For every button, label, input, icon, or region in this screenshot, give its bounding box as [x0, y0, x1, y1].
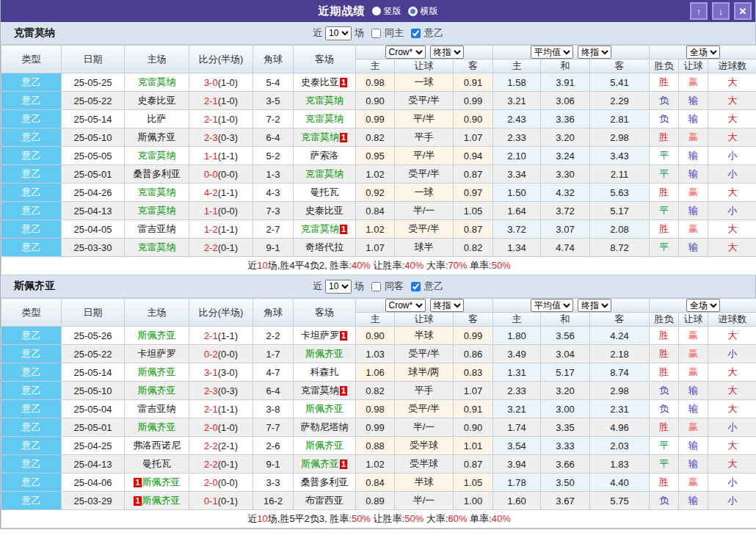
score-cell: 3-0(1-0) [189, 73, 253, 92]
avg-away-cell: 1.83 [590, 455, 650, 473]
avg-draw-cell: 5.17 [541, 363, 590, 382]
near-label: 近 [313, 280, 322, 293]
radio-horizontal-icon[interactable] [408, 7, 418, 16]
score-cell: 2-1(1-0) [189, 92, 253, 110]
home-cell: 克雷莫纳 [125, 239, 189, 257]
match-count-select[interactable]: 10 [325, 26, 352, 40]
move-down-button[interactable]: ↓ [712, 2, 730, 20]
avg-draw-cell: 3.04 [541, 345, 590, 363]
away-odds-cell: 0.87 [454, 455, 493, 473]
odds-final-select[interactable]: 终指 [430, 299, 464, 312]
same-venue-label: 同主 [385, 26, 404, 40]
layout-option-vertical[interactable]: 竖版 [372, 5, 401, 18]
goals-result-cell: 大 [708, 239, 756, 257]
result-cell: 胜 [650, 220, 679, 239]
score-cell: 2-1(1-0) [189, 110, 253, 128]
summary-segment: 70% [448, 260, 467, 271]
scope-select[interactable]: 全场 [686, 46, 720, 59]
away-odds-cell: 1.07 [454, 382, 493, 400]
move-up-button[interactable]: ↑ [690, 2, 708, 20]
avg-draw-cell: 3.36 [541, 110, 590, 128]
date-cell: 25-05-01 [62, 165, 125, 184]
full-time-score: 3-1 [204, 367, 218, 378]
average-select[interactable]: 平均值 [531, 299, 573, 312]
table-row: 意乙 25-04-26 克雷莫纳 4-2(1-1) 4-3 曼托瓦 0.92 一… [1, 184, 756, 202]
away-odds-cell: 0.90 [454, 110, 493, 128]
sub-header-handicap-result: 让球 [679, 59, 708, 73]
goals-result-cell: 大 [708, 92, 756, 110]
same-venue-checkbox[interactable] [371, 282, 381, 291]
away-odds-cell: 0.90 [454, 418, 493, 437]
layout-option-horizontal[interactable]: 横版 [408, 5, 438, 18]
same-venue-checkbox[interactable] [371, 29, 381, 38]
home-cell: 克雷莫纳 [125, 184, 189, 202]
result-cell: 平 [650, 147, 679, 165]
away-odds-cell: 1.00 [454, 492, 493, 510]
avg-home-cell: 3.54 [493, 437, 541, 455]
close-button[interactable]: ✕ [734, 2, 752, 20]
half-time-score: (2-1) [218, 440, 238, 451]
table-row: 意乙 25-05-22 史泰比亚 2-1(1-0) 3-5 克雷莫纳 0.90 … [1, 92, 756, 110]
handicap-result-cell: 输 [679, 147, 708, 165]
full-time-score: 2-3 [204, 385, 218, 396]
avg-draw-cell: 3.72 [541, 202, 590, 220]
avg-draw-cell: 3.20 [541, 382, 590, 400]
titlebar: 近期战绩 竖版 横版 ↑ ↓ ✕ [1, 0, 755, 22]
avg-draw-cell: 3.33 [541, 437, 590, 455]
team-name: 曼托瓦 [142, 458, 171, 469]
team-name: 克雷莫纳 [138, 76, 176, 87]
radio-vertical-icon[interactable] [372, 7, 381, 15]
date-cell: 25-04-13 [62, 455, 125, 473]
recent-results-panel: 近期战绩 竖版 横版 ↑ ↓ ✕ 克雷莫纳 近 10 场 [0, 0, 756, 529]
avg-draw-cell: 3.24 [541, 147, 590, 165]
sections: 克雷莫纳 近 10 场 同主 意乙 类型 [1, 22, 755, 529]
average-final-select[interactable]: 终指 [578, 46, 611, 59]
avg-home-cell: 3.49 [493, 345, 541, 363]
date-cell: 25-05-04 [62, 400, 125, 418]
league-cell: 意乙 [1, 400, 62, 418]
away-odds-cell: 0.91 [454, 400, 493, 418]
scope-select[interactable]: 全场 [686, 299, 720, 312]
section-header: 斯佩齐亚 近 10 场 同客 意乙 [1, 275, 755, 298]
home-odds-cell: 1.02 [356, 165, 395, 184]
league-filter-checkbox[interactable] [411, 282, 421, 291]
avg-away-cell: 4.24 [590, 327, 650, 345]
away-cell: 克雷莫纳1 [294, 382, 356, 400]
league-cell: 意乙 [1, 363, 62, 382]
half-time-score: (1-0) [218, 95, 238, 106]
away-cell: 卡坦萨罗1 [294, 327, 356, 345]
team-name-heading: 克雷莫纳 [14, 26, 55, 40]
col-header-home: 主场 [125, 46, 189, 73]
avg-away-cell: 5.75 [590, 492, 650, 510]
avg-away-cell: 2.18 [590, 345, 650, 363]
team-name: 雷吉亚纳 [138, 223, 176, 234]
full-time-score: 2-0 [204, 477, 218, 488]
date-cell: 25-03-29 [62, 492, 125, 510]
average-select[interactable]: 平均值 [531, 46, 573, 59]
avg-away-cell: 8.72 [590, 239, 650, 257]
half-time-score: (1-1) [218, 150, 238, 161]
result-cell: 胜 [650, 473, 679, 492]
col-header-type: 类型 [1, 46, 62, 73]
average-final-select[interactable]: 终指 [578, 299, 611, 312]
avg-away-cell: 2.31 [590, 400, 650, 418]
league-filter-checkbox[interactable] [411, 29, 421, 38]
avg-home-cell: 1.50 [493, 184, 541, 202]
away-odds-cell: 0.86 [454, 345, 493, 363]
avg-home-cell: 1.58 [493, 73, 541, 92]
summary-line: 近10场,胜5平2负3, 胜率:50% 让胜率:50% 大率:60% 单率:40… [247, 513, 510, 524]
home-odds-cell: 0.99 [356, 418, 395, 437]
league-cell: 意乙 [1, 165, 62, 184]
home-cell: 斯佩齐亚 [125, 363, 189, 382]
score-cell: 3-1(3-0) [189, 363, 253, 382]
odds-provider-select[interactable]: Crow* [385, 46, 426, 59]
away-odds-cell: 0.99 [454, 327, 493, 345]
match-count-select[interactable]: 10 [325, 280, 352, 294]
odds-provider-select[interactable]: Crow* [385, 299, 426, 312]
league-cell: 意乙 [1, 220, 62, 239]
team-name: 奇塔代拉 [305, 242, 344, 253]
home-odds-cell: 0.90 [356, 327, 395, 345]
odds-final-select[interactable]: 终指 [430, 46, 464, 59]
result-cell: 胜 [650, 327, 679, 345]
team-name: 萨勒尼塔纳 [301, 421, 349, 432]
